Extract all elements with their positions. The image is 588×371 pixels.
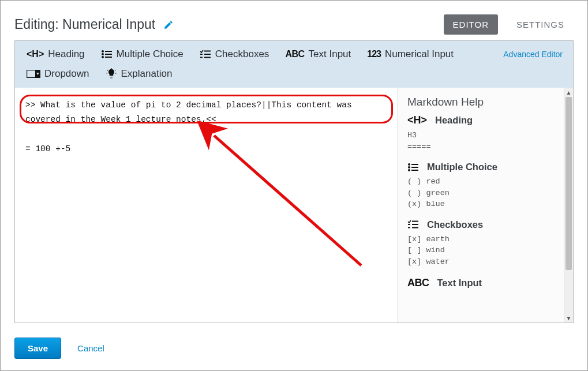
svg-point-18 <box>408 169 410 171</box>
svg-rect-22 <box>412 224 418 225</box>
tab-settings[interactable]: SETTINGS <box>507 14 574 35</box>
scroll-down-icon[interactable]: ▼ <box>564 313 573 323</box>
help-panel-title: Markdown Help <box>407 96 555 108</box>
help-entry-multiple-choice: Multiple Choice ( ) red ( ) green (x) bl… <box>407 162 555 210</box>
editor-modal: Editing: Numerical Input EDITOR SETTINGS… <box>0 0 588 371</box>
list-radio-icon <box>101 50 113 59</box>
help-entry-checkboxes: Checkboxes [x] earth [ ] wind [x] water <box>407 219 555 268</box>
scroll-thumb[interactable] <box>565 97 572 270</box>
toolbar-label: Numerical Input <box>385 48 454 60</box>
editor-body: >> What is the value of pi to 2 decimal … <box>15 88 573 323</box>
heading-icon: <H> <box>27 49 44 59</box>
abc-icon: ABC <box>285 49 304 59</box>
help-entry-heading: <H> Heading H3 ===== <box>407 114 555 152</box>
svg-rect-7 <box>200 54 203 55</box>
svg-rect-21 <box>408 224 410 225</box>
abc-icon: ABC <box>407 277 429 289</box>
footer-actions: Save Cancel <box>14 338 104 359</box>
toolbar-label: Multiple Choice <box>117 48 183 60</box>
svg-rect-3 <box>105 54 112 55</box>
svg-rect-5 <box>105 57 112 58</box>
editor-box: <H> Heading Multiple Choice Checkboxes A… <box>14 40 574 323</box>
svg-point-16 <box>408 166 410 168</box>
help-entry-text-input: ABC Text Input <box>407 277 555 289</box>
lightbulb-icon <box>106 68 117 80</box>
toolbar-multiple-choice[interactable]: Multiple Choice <box>94 44 193 64</box>
tab-editor[interactable]: EDITOR <box>444 14 498 35</box>
help-entry-example: ( ) red ( ) green (x) blue <box>407 176 555 210</box>
header-row: Editing: Numerical Input EDITOR SETTINGS <box>14 14 574 35</box>
mode-tabs: EDITOR SETTINGS <box>444 14 574 35</box>
svg-rect-10 <box>204 57 211 58</box>
toolbar-checkboxes[interactable]: Checkboxes <box>193 44 279 64</box>
svg-point-4 <box>102 56 104 58</box>
toolbar: <H> Heading Multiple Choice Checkboxes A… <box>15 41 573 88</box>
editor-text-area-wrap: >> What is the value of pi to 2 decimal … <box>15 88 398 323</box>
svg-rect-8 <box>204 54 211 55</box>
toolbar-label: Explanation <box>121 68 173 80</box>
scroll-up-icon[interactable]: ▲ <box>564 88 573 97</box>
svg-point-0 <box>102 50 104 53</box>
page-title-text: Editing: Numerical Input <box>14 17 155 32</box>
save-button[interactable]: Save <box>14 338 61 359</box>
svg-point-2 <box>102 53 104 55</box>
scrollbar[interactable]: ▲ ▼ <box>564 88 573 323</box>
help-entry-label: Heading <box>435 115 473 126</box>
toolbar-dropdown[interactable]: Dropdown <box>20 64 99 84</box>
svg-rect-19 <box>411 170 418 171</box>
svg-rect-1 <box>105 51 112 52</box>
list-radio-icon <box>407 163 419 172</box>
svg-rect-6 <box>204 51 211 52</box>
toolbar-label: Dropdown <box>44 68 89 80</box>
help-entry-label: Checkboxes <box>427 219 483 230</box>
num-icon: 123 <box>367 49 381 59</box>
help-entry-example: [x] earth [ ] wind [x] water <box>407 234 555 268</box>
svg-rect-15 <box>411 164 418 165</box>
svg-rect-17 <box>411 167 418 168</box>
svg-rect-23 <box>408 227 410 228</box>
list-check-icon <box>200 50 211 59</box>
edit-title-icon[interactable] <box>163 20 174 30</box>
svg-rect-20 <box>412 221 418 222</box>
markdown-help-panel: Markdown Help <H> Heading H3 ===== Multi… <box>398 88 564 323</box>
svg-point-14 <box>408 163 410 166</box>
toolbar-numerical-input[interactable]: 123 Numerical Input <box>360 44 463 64</box>
heading-icon: <H> <box>407 114 427 126</box>
toolbar-label: Checkboxes <box>215 48 269 60</box>
list-check-icon <box>407 220 419 229</box>
advanced-editor-link[interactable]: Advanced Editor <box>503 50 568 59</box>
page-title: Editing: Numerical Input <box>14 17 174 32</box>
help-entry-label: Multiple Choice <box>427 162 497 173</box>
toolbar-text-input[interactable]: ABC Text Input <box>278 44 360 64</box>
svg-rect-9 <box>200 57 203 58</box>
svg-rect-24 <box>412 227 418 228</box>
toolbar-label: Text Input <box>309 48 351 60</box>
dropdown-icon <box>27 70 40 78</box>
toolbar-heading[interactable]: <H> Heading <box>20 44 94 64</box>
toolbar-label: Heading <box>48 48 84 60</box>
help-entry-label: Text Input <box>437 278 482 288</box>
help-entry-example: H3 ===== <box>407 130 555 152</box>
toolbar-explanation[interactable]: Explanation <box>99 64 182 84</box>
cancel-link[interactable]: Cancel <box>77 343 104 353</box>
markdown-textarea[interactable]: >> What is the value of pi to 2 decimal … <box>15 88 398 323</box>
